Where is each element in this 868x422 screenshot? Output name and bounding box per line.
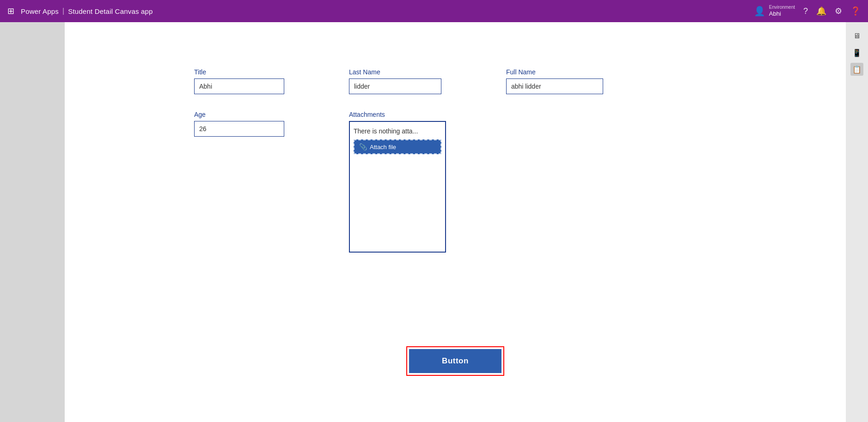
desktop-icon[interactable]: 🖥 [850,30,863,42]
env-label: Environment [769,5,795,10]
env-text: Environment Abhi [769,5,795,18]
lastname-label: Last Name [349,68,441,76]
title-label: Title [194,68,284,76]
form-content: Title Last Name Full Name Age [194,68,610,253]
tablet-icon[interactable]: 📋 [850,63,863,76]
title-input[interactable] [194,78,284,94]
fullname-input[interactable] [506,78,603,94]
app-label: Power Apps [21,7,59,15]
left-sidebar [0,22,65,422]
attach-file-button[interactable]: 📎 Attach file [354,139,441,154]
topbar: ⊞ Power Apps | Student Detail Canvas app… [0,0,868,22]
grid-icon[interactable]: ⊞ [7,6,14,16]
topbar-right: 👤 Environment Abhi ? 🔔 ⚙ ❓ [754,5,861,18]
topbar-separator: | [62,7,64,15]
env-name: Abhi [769,10,795,18]
title-field: Title [194,68,284,94]
environment-icon: 👤 [754,6,765,17]
mobile-icon[interactable]: 📱 [850,46,863,59]
environment-info: 👤 Environment Abhi [754,5,795,18]
attach-file-label: Attach file [370,144,396,151]
notification-icon[interactable]: 🔔 [816,6,826,16]
lastname-input[interactable] [349,78,441,94]
app-name: Student Detail Canvas app [68,7,153,15]
lastname-field: Last Name [349,68,441,94]
age-field: Age [194,111,284,137]
help-icon[interactable]: ? [803,6,808,16]
main-layout: Title Last Name Full Name Age [0,22,868,422]
question-icon[interactable]: ❓ [850,6,861,16]
attachments-box: There is nothing atta... 📎 Attach file [349,121,446,253]
attachments-section: Attachments There is nothing atta... 📎 A… [349,111,446,253]
age-label: Age [194,111,284,118]
fullname-field: Full Name [506,68,603,94]
paperclip-icon: 📎 [359,143,367,151]
main-canvas: Title Last Name Full Name Age [65,22,846,422]
bottom-button-container: Button [406,346,504,376]
form-row-2: Age Attachments There is nothing atta...… [194,111,610,253]
attachments-empty-text: There is nothing atta... [354,126,441,137]
form-row-1: Title Last Name Full Name [194,68,610,94]
right-sidebar: 🖥 📱 📋 [846,22,868,422]
button-outer-border: Button [406,346,504,376]
fullname-label: Full Name [506,68,603,76]
settings-icon[interactable]: ⚙ [835,6,842,16]
main-button[interactable]: Button [409,349,501,373]
age-input[interactable] [194,121,284,137]
attachments-label: Attachments [349,111,446,118]
